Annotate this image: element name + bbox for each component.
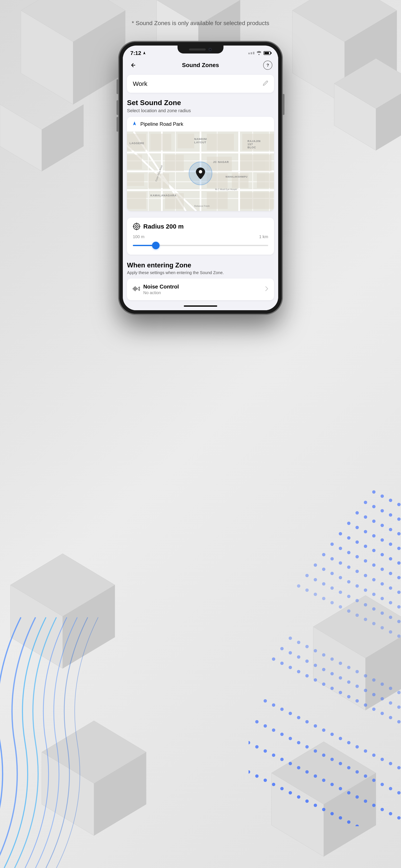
svg-point-83 [380,597,384,600]
svg-point-67 [339,561,342,565]
signal-icon [248,52,254,54]
svg-point-118 [347,666,350,669]
location-search-bar[interactable]: Pipeline Road Park [127,117,274,132]
svg-point-187 [372,779,375,782]
svg-point-80 [356,584,359,588]
svg-point-207 [380,808,384,811]
svg-point-175 [272,728,275,732]
svg-point-194 [272,753,275,757]
svg-point-166 [347,741,350,744]
svg-point-42 [356,526,359,529]
chevron-right-icon [265,286,268,293]
svg-point-79 [347,580,350,584]
radius-slider[interactable] [133,241,268,250]
svg-point-87 [314,578,317,581]
svg-point-131 [331,672,334,675]
svg-point-205 [364,800,367,803]
zone-name-value: Work [133,80,147,87]
svg-point-179 [305,745,309,748]
svg-point-112 [297,641,300,644]
svg-point-119 [356,670,359,673]
svg-point-134 [356,685,359,688]
svg-point-200 [322,779,326,782]
svg-rect-246 [261,134,274,150]
svg-point-155 [397,720,401,723]
svg-rect-247 [127,155,142,169]
svg-point-64 [397,576,401,579]
svg-point-105 [356,614,359,617]
svg-point-28 [389,499,392,502]
svg-point-89 [331,586,334,590]
svg-point-214 [280,787,284,790]
speaker [189,49,206,51]
svg-point-142 [289,666,292,669]
svg-point-114 [314,649,317,652]
svg-point-39 [389,528,392,531]
help-button[interactable]: ? [263,61,272,70]
svg-point-56 [331,542,334,546]
status-time: 7:12 [130,50,146,56]
svg-point-45 [380,538,384,542]
svg-rect-284 [135,286,135,291]
svg-rect-259 [240,192,274,209]
svg-point-90 [339,591,342,594]
noise-control-left: Noise Control No action [133,283,179,295]
wifi-icon [256,51,261,55]
svg-point-211 [255,774,258,778]
svg-point-170 [380,758,384,761]
svg-point-215 [289,791,292,795]
svg-point-94 [372,607,375,611]
svg-point-69 [356,570,359,573]
svg-point-49 [347,536,350,539]
svg-point-46 [389,542,392,546]
svg-rect-244 [207,134,234,150]
home-indicator [123,302,278,310]
zone-name-card[interactable]: Work [127,75,274,93]
svg-point-40 [397,532,401,535]
svg-point-77 [331,572,334,575]
svg-point-136 [372,693,375,696]
svg-point-189 [389,787,392,790]
radius-labels: 100 m 1 km [133,235,268,239]
svg-point-199 [314,774,317,778]
svg-point-66 [331,557,334,560]
svg-point-27 [380,494,384,498]
svg-point-110 [397,634,401,638]
svg-marker-13 [42,104,84,171]
svg-rect-251 [127,174,144,186]
svg-point-65 [322,553,326,556]
set-sound-zone-subtitle: Select location and zone radius [127,108,274,114]
blue-dots-decoration: dots [249,471,401,826]
svg-point-51 [364,545,367,548]
phone-screen: 7:12 [123,45,278,310]
svg-rect-258 [207,192,228,209]
svg-point-44 [372,534,375,537]
slider-thumb[interactable] [152,242,160,249]
svg-marker-12 [0,104,42,171]
svg-point-63 [389,572,392,575]
svg-rect-250 [240,155,272,171]
svg-point-172 [397,766,401,769]
map-view[interactable]: LAGGERE NANDINI LAYOUT RAJAJIN 1ST BLOC … [127,132,274,211]
noise-control-card[interactable]: Noise Control No action [127,278,274,300]
svg-point-164 [331,733,334,736]
svg-point-92 [356,599,359,602]
location-name-text: Pipeline Road Park [140,121,183,127]
svg-point-101 [322,597,326,600]
back-button[interactable] [129,61,138,70]
svg-point-147 [331,687,334,690]
svg-point-223 [356,825,359,826]
svg-point-33 [389,513,392,517]
svg-point-121 [372,678,375,682]
svg-text:LAGGERE: LAGGERE [129,142,144,145]
svg-point-161 [305,720,309,723]
status-icons [248,51,271,55]
battery-icon [264,51,271,55]
svg-text:KAMALANAGARA: KAMALANAGARA [150,194,177,197]
navigation-bar: Sound Zones ? [123,57,278,73]
svg-text:MAHALAKSHMIPU: MAHALAKSHMIPU [225,176,247,178]
svg-text:M C Modi Eye Hospit.: M C Modi Eye Hospit. [215,188,237,190]
svg-point-197 [297,766,300,769]
svg-point-150 [356,699,359,703]
edit-icon[interactable] [263,81,268,87]
